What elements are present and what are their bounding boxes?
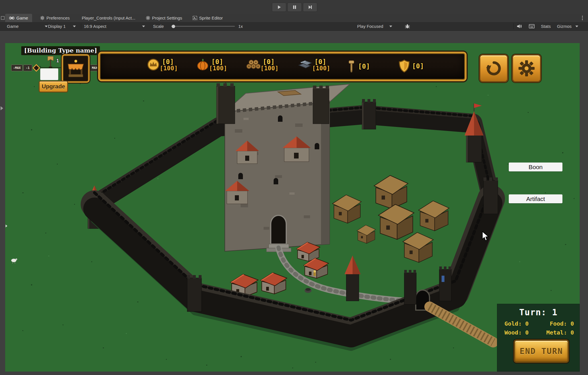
mouse-cursor bbox=[482, 231, 489, 241]
menu-project-settings[interactable]: Project Settings bbox=[143, 16, 185, 20]
viewport-edge-handle[interactable] bbox=[5, 225, 7, 227]
scale-label: Scale bbox=[153, 22, 164, 30]
minus-one-button[interactable]: -1 bbox=[23, 65, 32, 71]
minus-max-button[interactable]: -MAX bbox=[11, 65, 23, 71]
scale-slider-knob[interactable] bbox=[172, 25, 175, 28]
resource-value: [0] bbox=[263, 58, 278, 65]
game-view-icon bbox=[9, 16, 14, 20]
gear-icon bbox=[40, 16, 45, 20]
play-focused-label: Play Focused bbox=[357, 24, 383, 29]
resource-food: [0] [100] bbox=[196, 58, 227, 71]
stats-toggle[interactable]: Stats bbox=[541, 22, 551, 30]
settings-button[interactable] bbox=[512, 54, 541, 82]
dock-icon bbox=[1, 16, 5, 20]
shield-icon bbox=[399, 59, 410, 73]
play-button[interactable] bbox=[272, 3, 286, 12]
gold-stat: Gold: 0 bbox=[504, 320, 539, 327]
aspect-dropdown[interactable]: 16:9 Aspect bbox=[84, 22, 145, 30]
play-icon bbox=[277, 5, 281, 9]
chevron-down-icon bbox=[142, 26, 145, 27]
end-turn-button[interactable]: END TURN bbox=[514, 339, 569, 363]
speaker-icon bbox=[517, 24, 522, 29]
panel-expand-chevron[interactable] bbox=[1, 106, 3, 110]
gear-icon bbox=[146, 16, 150, 20]
rotate-button[interactable] bbox=[479, 54, 508, 82]
separator bbox=[513, 23, 514, 29]
tab-options-kebab-icon[interactable] bbox=[581, 15, 584, 21]
sheep-sprite bbox=[11, 258, 17, 264]
castle-scene bbox=[5, 43, 580, 372]
display-dropdown[interactable]: Display 1 bbox=[48, 22, 76, 30]
resource-bar: [0] [100] [0] [100] bbox=[98, 52, 467, 81]
play-focused-dropdown[interactable]: Play Focused bbox=[357, 22, 392, 30]
tab-bar: Game Preferences Player_Controls (Input … bbox=[0, 14, 588, 22]
gizmos-label: Gizmos bbox=[557, 24, 572, 29]
boon-button[interactable]: Boon bbox=[509, 163, 562, 171]
crown-icon bbox=[147, 58, 160, 71]
tab-game-label: Game bbox=[16, 16, 28, 20]
view-selector-dropdown[interactable]: Game bbox=[7, 22, 48, 30]
scale-value: 1x bbox=[238, 22, 243, 30]
resource-value: [0] bbox=[412, 62, 424, 70]
turn-title: Turn: 1 bbox=[497, 307, 580, 317]
debug-bug-toggle[interactable] bbox=[405, 22, 410, 30]
resource-wood: [0] [100] bbox=[245, 58, 278, 71]
quantity-value-box[interactable] bbox=[40, 69, 58, 80]
metal-icon bbox=[297, 58, 312, 70]
pumpkin-icon bbox=[196, 58, 209, 71]
menu-sprite-editor-label: Sprite Editor bbox=[199, 16, 223, 20]
market-stall-icon bbox=[67, 59, 85, 78]
menu-project-settings-label: Project Settings bbox=[152, 16, 182, 20]
resource-value: [0] bbox=[314, 58, 330, 65]
upgrade-button[interactable]: Upgrade bbox=[39, 81, 68, 92]
bug-icon bbox=[405, 24, 410, 29]
resource-metal: [0] [100] bbox=[297, 58, 330, 71]
wood-stat: Wood: 0 bbox=[504, 329, 539, 336]
chevron-down-icon bbox=[389, 26, 392, 27]
building-stall-button[interactable] bbox=[62, 54, 90, 83]
resource-builders: [0] bbox=[347, 60, 370, 73]
separator bbox=[81, 23, 81, 29]
unity-playback-bar bbox=[0, 0, 588, 14]
menu-preferences[interactable]: Preferences bbox=[37, 16, 73, 20]
gizmos-dropdown[interactable]: Gizmos bbox=[557, 22, 578, 30]
menu-player-controls-label: Player_Controls (Input Act... bbox=[82, 16, 136, 20]
display-label: Display 1 bbox=[48, 24, 66, 29]
resource-cap: [100] bbox=[312, 65, 330, 71]
building-type-label: [Building Type name] bbox=[21, 46, 100, 55]
turn-panel: Turn: 1 Gold: 0 Food: 0 Wood: 0 Metal: 0… bbox=[497, 304, 580, 372]
keyboard-icon bbox=[529, 24, 535, 28]
chevron-down-icon bbox=[45, 26, 48, 27]
mute-audio-toggle[interactable] bbox=[517, 22, 522, 30]
scale-slider[interactable] bbox=[171, 22, 235, 30]
food-stat: Food: 0 bbox=[539, 320, 574, 327]
view-selector-label: Game bbox=[7, 24, 19, 29]
game-viewport: [Building Type name] 1 -MAX -1 MAX Upgra… bbox=[5, 43, 580, 372]
gear-icon bbox=[518, 60, 535, 77]
pause-button[interactable] bbox=[287, 3, 302, 12]
menu-sprite-editor[interactable]: Sprite Editor bbox=[190, 16, 226, 20]
menu-preferences-label: Preferences bbox=[47, 16, 70, 20]
unit-banner-icon bbox=[47, 55, 54, 68]
chevron-down-icon bbox=[575, 26, 578, 27]
sprite-editor-icon bbox=[193, 16, 197, 20]
step-button[interactable] bbox=[303, 3, 317, 12]
artifact-button[interactable]: Artifact bbox=[509, 194, 562, 203]
tab-game[interactable]: Game bbox=[5, 14, 32, 22]
builder-icon bbox=[347, 60, 356, 73]
onscreen-keyboard-toggle[interactable] bbox=[529, 22, 535, 30]
metal-stat: Metal: 0 bbox=[539, 329, 574, 336]
resource-defense: [0] bbox=[399, 59, 424, 73]
stats-label: Stats bbox=[541, 24, 551, 29]
gameview-toolbar: Game Display 1 16:9 Aspect Scale 1x Play… bbox=[0, 22, 588, 31]
aspect-label: 16:9 Aspect bbox=[84, 24, 106, 29]
wood-icon bbox=[245, 58, 260, 70]
resource-value: [0] bbox=[211, 58, 227, 65]
resource-cap: [100] bbox=[260, 65, 278, 71]
menu-player-controls[interactable]: Player_Controls (Input Act... bbox=[79, 16, 138, 20]
resource-value: [0] bbox=[162, 58, 178, 65]
resource-cap: [100] bbox=[160, 65, 178, 71]
rotate-icon bbox=[486, 60, 502, 77]
unit-count: 1 bbox=[56, 58, 59, 64]
chevron-down-icon bbox=[73, 26, 76, 27]
